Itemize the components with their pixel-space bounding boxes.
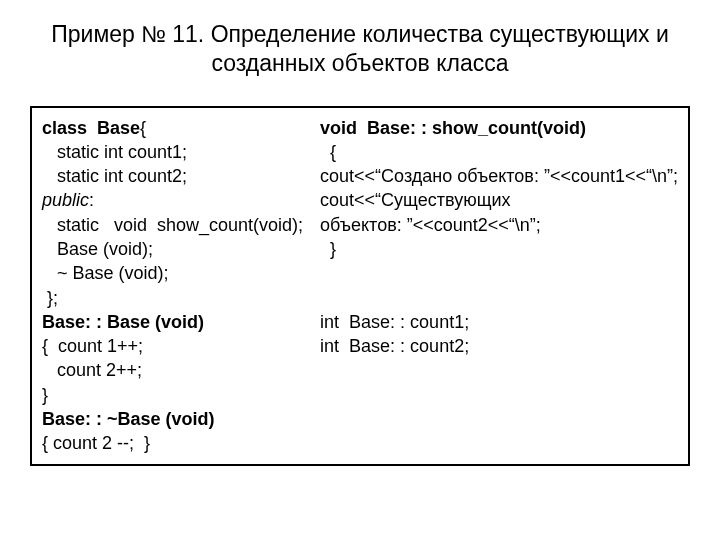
code-line: Base: : Base (void)	[42, 312, 204, 332]
code-left-column: class Base{ static int count1; static in…	[42, 116, 320, 456]
code-line: cout<<“Существующих	[320, 190, 510, 210]
code-box: class Base{ static int count1; static in…	[30, 106, 690, 466]
code-line: { count 1++;	[42, 336, 143, 356]
code-line: cout<<“Создано объектов: ”<<count1<<“\n”…	[320, 166, 678, 186]
slide: Пример № 11. Определение количества суще…	[0, 0, 720, 540]
code-line: static int count1;	[42, 142, 187, 162]
code-line: Base (void);	[42, 239, 153, 259]
code-right-column: void Base: : show_count(void) { cout<<“С…	[320, 116, 678, 456]
code-line: }	[320, 239, 336, 259]
code-line: {	[320, 142, 336, 162]
code-line: }	[42, 385, 48, 405]
code-line: static void show_count(void);	[42, 215, 303, 235]
code-line: class Base	[42, 118, 140, 138]
code-line: void Base: : show_count(void)	[320, 118, 586, 138]
code-line: count 2++;	[42, 360, 142, 380]
code-line: int Base: : count1;	[320, 312, 469, 332]
code-line: int Base: : count2;	[320, 336, 469, 356]
code-line: public	[42, 190, 89, 210]
code-line: :	[89, 190, 94, 210]
code-line: ~ Base (void);	[42, 263, 169, 283]
code-line: static int count2;	[42, 166, 187, 186]
slide-title: Пример № 11. Определение количества суще…	[30, 20, 690, 78]
code-line: Base: : ~Base (void)	[42, 409, 215, 429]
code-line: объектов: ”<<count2<<“\n”;	[320, 215, 541, 235]
code-line: { count 2 --; }	[42, 433, 150, 453]
code-line: {	[140, 118, 146, 138]
code-line: };	[42, 288, 58, 308]
